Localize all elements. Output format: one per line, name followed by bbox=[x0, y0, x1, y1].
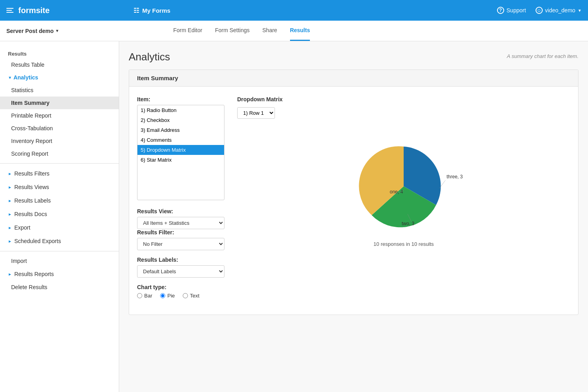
chart-type-pie[interactable]: Pie bbox=[160, 293, 175, 299]
sidebar-item-scoring-report[interactable]: Scoring Report bbox=[0, 147, 119, 160]
results-view-select[interactable]: All Items + Statistics All Items Statist… bbox=[137, 217, 224, 229]
sidebar-item-delete-results[interactable]: Delete Results bbox=[0, 281, 119, 294]
sidebar-results-label: Results bbox=[0, 48, 119, 58]
results-filter-label: Results Filter: bbox=[137, 229, 224, 236]
sidebar-item-printable-report[interactable]: Printable Report bbox=[0, 109, 119, 122]
second-nav-tabs: Form Editor Form Settings Share Results bbox=[173, 21, 310, 41]
chart-type-pie-radio[interactable] bbox=[160, 293, 165, 298]
logo-text: formsite bbox=[18, 6, 50, 15]
chart-type-row: Bar Pie Text bbox=[137, 293, 224, 299]
list-item[interactable]: 1) Radio Button bbox=[137, 105, 224, 115]
item-label: Item: bbox=[137, 96, 224, 102]
responses-text: 10 responses in 10 results bbox=[373, 241, 434, 247]
sidebar-export-label: Export bbox=[14, 224, 30, 231]
sidebar-results-docs[interactable]: ► Results Docs bbox=[0, 207, 119, 221]
top-nav-right: ? Support ☺ video_demo ▼ bbox=[497, 7, 582, 14]
support-nav[interactable]: ? Support bbox=[497, 7, 526, 14]
list-item[interactable]: 4) Comments bbox=[137, 135, 224, 145]
my-forms-label: My Forms bbox=[142, 7, 170, 14]
results-labels-arrow-icon: ► bbox=[8, 199, 12, 203]
list-item[interactable]: 5) Dropdown Matrix bbox=[137, 145, 224, 155]
chart-type-pie-label: Pie bbox=[167, 293, 175, 299]
sidebar-item-cross-tabulation[interactable]: Cross-Tabulation bbox=[0, 122, 119, 135]
sidebar-scheduled-exports-label: Scheduled Exports bbox=[14, 238, 61, 244]
sidebar-results-views-label: Results Views bbox=[14, 184, 49, 190]
user-nav[interactable]: ☺ video_demo ▼ bbox=[536, 7, 582, 14]
sidebar-item-statistics[interactable]: Statistics bbox=[0, 84, 119, 97]
sidebar-results-filters[interactable]: ► Results Filters bbox=[0, 167, 119, 180]
row-select[interactable]: 1) Row 1 2) Row 2 3) Row 3 bbox=[237, 107, 275, 119]
sidebar-item-results-table[interactable]: Results Table bbox=[0, 58, 119, 71]
main-content: Analytics A summary chart for each item.… bbox=[119, 41, 588, 392]
support-icon: ? bbox=[497, 7, 504, 14]
results-filters-arrow-icon: ► bbox=[8, 172, 12, 176]
list-item[interactable]: 6) Star Matrix bbox=[137, 155, 224, 165]
analytics-chevron-icon: ▼ bbox=[8, 75, 12, 80]
chart-type-bar-radio[interactable] bbox=[137, 293, 142, 298]
sidebar-results-reports-label: Results Reports bbox=[14, 271, 54, 277]
my-forms-nav[interactable]: ☷ My Forms bbox=[126, 7, 178, 14]
chart-type-label: Chart type: bbox=[137, 284, 224, 290]
sidebar-results-labels[interactable]: ► Results Labels bbox=[0, 194, 119, 207]
sidebar: Results Results Table ▼ Analytics Statis… bbox=[0, 41, 119, 392]
sidebar-item-analytics[interactable]: ▼ Analytics bbox=[0, 71, 119, 84]
tab-results[interactable]: Results bbox=[290, 21, 310, 41]
chart-type-text[interactable]: Text bbox=[183, 293, 199, 299]
pie-label-one: one, 4 bbox=[390, 189, 403, 195]
second-nav: Server Post demo ▼ Form Editor Form Sett… bbox=[0, 21, 588, 41]
pie-chart-svg: one, 4 two, 3 three, 3 bbox=[328, 127, 479, 238]
results-filter-select[interactable]: No Filter Filter 1 bbox=[137, 238, 224, 250]
card-body: Item: 1) Radio Button 2) Checkbox 3) Ema… bbox=[129, 87, 578, 315]
form-selector[interactable]: Server Post demo ▼ bbox=[6, 28, 126, 34]
support-label: Support bbox=[507, 7, 526, 14]
item-summary-right: Dropdown Matrix 1) Row 1 2) Row 2 3) Row… bbox=[237, 96, 570, 305]
pie-chart: one, 4 two, 3 three, 3 bbox=[328, 127, 479, 238]
form-selector-chevron: ▼ bbox=[55, 29, 59, 33]
list-item[interactable]: 3) Email Address bbox=[137, 125, 224, 135]
sidebar-item-item-summary[interactable]: Item Summary bbox=[0, 97, 119, 109]
chart-type-text-radio[interactable] bbox=[183, 293, 188, 298]
card-header: Item Summary bbox=[129, 70, 578, 87]
form-group-results-labels: Results Labels: Default Labels Custom La… bbox=[137, 257, 224, 278]
form-group-results-view: Results View: All Items + Statistics All… bbox=[137, 208, 224, 229]
page-subtitle: A summary chart for each item. bbox=[507, 53, 578, 59]
dropdown-matrix-label: Dropdown Matrix bbox=[237, 96, 282, 102]
user-chevron-icon: ▼ bbox=[578, 8, 582, 13]
chart-type-bar-label: Bar bbox=[144, 293, 152, 299]
sidebar-analytics-label: Analytics bbox=[14, 74, 38, 81]
export-arrow-icon: ► bbox=[8, 226, 12, 230]
results-views-arrow-icon: ► bbox=[8, 185, 12, 189]
sidebar-results-docs-label: Results Docs bbox=[14, 211, 47, 217]
item-summary-card: Item Summary Item: 1) Radio Button 2) Ch… bbox=[129, 70, 578, 315]
form-group-chart-type: Chart type: Bar Pie bbox=[137, 284, 224, 299]
chart-type-text-label: Text bbox=[190, 293, 199, 299]
sidebar-results-views[interactable]: ► Results Views bbox=[0, 180, 119, 194]
item-summary-body: Item: 1) Radio Button 2) Checkbox 3) Ema… bbox=[137, 96, 570, 305]
pie-label-two: two, 3 bbox=[402, 221, 414, 226]
sidebar-export[interactable]: ► Export bbox=[0, 221, 119, 234]
sidebar-results-filters-label: Results Filters bbox=[14, 170, 50, 177]
results-docs-arrow-icon: ► bbox=[8, 212, 12, 216]
top-nav: formsite ☷ My Forms ? Support ☺ video_de… bbox=[0, 0, 588, 21]
sidebar-item-inventory-report[interactable]: Inventory Report bbox=[0, 135, 119, 147]
scheduled-exports-arrow-icon: ► bbox=[8, 239, 12, 243]
pie-label-three: three, 3 bbox=[447, 174, 463, 180]
sidebar-item-import[interactable]: Import bbox=[0, 255, 119, 267]
results-labels-select[interactable]: Default Labels Custom Labels bbox=[137, 265, 224, 278]
list-item[interactable]: 2) Checkbox bbox=[137, 115, 224, 125]
tab-share[interactable]: Share bbox=[262, 21, 277, 41]
tab-form-editor[interactable]: Form Editor bbox=[173, 21, 202, 41]
logo[interactable]: formsite bbox=[6, 6, 126, 15]
sidebar-results-labels-label: Results Labels bbox=[14, 197, 51, 204]
page-title: Analytics bbox=[129, 51, 170, 63]
results-labels-label: Results Labels: bbox=[137, 257, 224, 263]
chart-type-bar[interactable]: Bar bbox=[137, 293, 152, 299]
tab-form-settings[interactable]: Form Settings bbox=[215, 21, 250, 41]
item-listbox[interactable]: 1) Radio Button 2) Checkbox 3) Email Add… bbox=[137, 105, 224, 200]
sidebar-results-reports[interactable]: ► Results Reports bbox=[0, 267, 119, 281]
results-view-label: Results View: bbox=[137, 208, 224, 214]
pie-chart-area: Dropdown Matrix 1) Row 1 2) Row 2 3) Row… bbox=[237, 96, 570, 247]
form-selector-label: Server Post demo bbox=[6, 28, 54, 34]
user-label: video_demo bbox=[545, 7, 575, 14]
sidebar-scheduled-exports[interactable]: ► Scheduled Exports bbox=[0, 234, 119, 248]
